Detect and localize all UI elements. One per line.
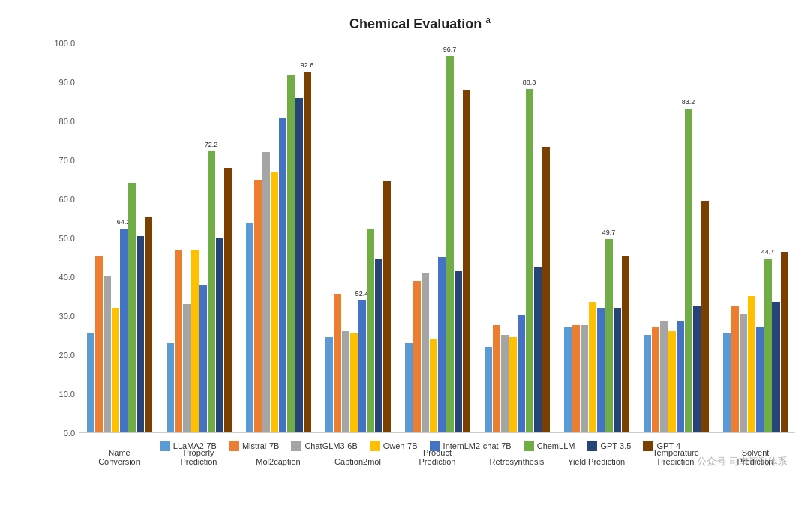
bars-row-7: 83.2 bbox=[636, 43, 716, 432]
bar-4-7 bbox=[463, 90, 470, 432]
bar-top-label-4: 96.7 bbox=[443, 46, 457, 53]
bar-2-1 bbox=[254, 180, 262, 432]
bar-2-0 bbox=[246, 223, 254, 432]
bar-4-2 bbox=[422, 273, 429, 432]
bar-top-label-2: 92.6 bbox=[301, 61, 314, 69]
bar-0-2 bbox=[104, 276, 111, 432]
bar-2-7: 92.6 bbox=[304, 72, 311, 432]
bar-7-1 bbox=[652, 327, 659, 432]
bar-4-3 bbox=[430, 339, 437, 432]
y-tick-40: 40.0 bbox=[59, 273, 75, 282]
bar-0-5 bbox=[128, 183, 136, 432]
bar-5-4 bbox=[518, 315, 525, 432]
bar-8-0 bbox=[723, 333, 730, 432]
bar-4-4 bbox=[438, 257, 446, 432]
title-text: Chemical Evaluation bbox=[350, 16, 482, 31]
chart-area: 0.010.020.030.040.050.060.070.080.090.01… bbox=[45, 43, 795, 433]
bars-row-5: 88.3 bbox=[477, 43, 556, 432]
bar-1-2 bbox=[183, 304, 190, 432]
legend-item-2: ChatGLM3-6B bbox=[291, 441, 357, 451]
group-6: 49.7Yield Prediction bbox=[556, 43, 636, 432]
bar-2-4 bbox=[279, 118, 286, 432]
group-8: 44.7SolventPrediction bbox=[716, 43, 795, 432]
bar-7-3 bbox=[668, 331, 676, 432]
watermark: 公众号·司南评测体系 bbox=[697, 455, 788, 468]
bar-8-7 bbox=[781, 252, 788, 432]
bar-8-1 bbox=[731, 306, 739, 432]
y-tick-80: 80.0 bbox=[59, 117, 75, 126]
bar-6-4 bbox=[597, 308, 604, 432]
bar-top-label-5: 88.3 bbox=[523, 79, 536, 86]
bar-1-4 bbox=[200, 285, 207, 432]
y-axis: 0.010.020.030.040.050.060.070.080.090.01… bbox=[45, 43, 79, 433]
bar-5-0 bbox=[484, 347, 492, 432]
y-tick-0: 0.0 bbox=[64, 429, 75, 438]
bar-0-6 bbox=[136, 236, 144, 432]
bar-0-7 bbox=[145, 217, 152, 432]
y-tick-20: 20.0 bbox=[59, 351, 75, 360]
bars-row-6: 49.7 bbox=[556, 43, 636, 432]
legend-label-1: Mistral-7B bbox=[242, 441, 280, 450]
y-tick-90: 90.0 bbox=[59, 78, 75, 87]
bar-2-5 bbox=[287, 75, 295, 432]
y-tick-10: 10.0 bbox=[59, 390, 75, 399]
plot-area: 64.2NameConversion72.2ProperlyPrediction… bbox=[79, 43, 795, 433]
chart-title: Chemical Evaluation a bbox=[45, 15, 795, 32]
group-0: 64.2NameConversion bbox=[80, 43, 159, 432]
bar-8-2 bbox=[740, 314, 747, 432]
group-7: 83.2TemperaturePrediction bbox=[636, 43, 716, 432]
x-label-3: Caption2mol bbox=[318, 457, 398, 466]
group-2: 92.6Mol2caption bbox=[238, 43, 318, 432]
x-label-5: Retrosynthesis bbox=[477, 457, 556, 466]
bar-1-6 bbox=[216, 238, 224, 433]
bar-6-2 bbox=[580, 325, 588, 432]
bars-row-2: 92.6 bbox=[238, 43, 318, 432]
bar-6-1 bbox=[572, 325, 580, 432]
group-5: 88.3Retrosynthesis bbox=[477, 43, 556, 432]
bar-2-3 bbox=[271, 172, 278, 432]
x-label-1: ProperlyPrediction bbox=[159, 448, 238, 466]
bar-3-4: 52.4 bbox=[358, 300, 366, 432]
title-sup: a bbox=[485, 15, 490, 25]
chart-container: Chemical Evaluation a 0.010.020.030.040.… bbox=[0, 0, 810, 532]
bar-3-5 bbox=[367, 229, 374, 432]
legend-label-6: GPT-3.5 bbox=[600, 441, 631, 450]
bar-8-5: 44.7 bbox=[764, 259, 772, 432]
bar-7-5: 83.2 bbox=[685, 109, 692, 432]
legend-item-5: ChemLLM bbox=[524, 441, 575, 451]
group-1: 72.2ProperlyPrediction bbox=[159, 43, 238, 432]
bar-7-4 bbox=[676, 321, 684, 432]
bar-6-0 bbox=[564, 327, 572, 432]
legend-color-2 bbox=[291, 441, 302, 451]
bar-2-2 bbox=[262, 152, 270, 432]
legend-label-5: ChemLLM bbox=[537, 441, 575, 450]
legend-label-2: ChatGLM3-6B bbox=[304, 441, 357, 450]
bar-6-3 bbox=[589, 302, 596, 432]
legend-item-6: GPT-3.5 bbox=[586, 441, 631, 451]
bars-row-1: 72.2 bbox=[159, 43, 238, 432]
bar-4-0 bbox=[405, 343, 412, 432]
bar-2-6 bbox=[296, 98, 303, 432]
bar-7-2 bbox=[660, 321, 668, 432]
y-tick-30: 30.0 bbox=[59, 312, 75, 321]
bar-1-5: 72.2 bbox=[208, 151, 215, 432]
legend-color-5 bbox=[524, 441, 534, 451]
bar-top-label-8: 44.7 bbox=[761, 248, 775, 256]
bar-0-3 bbox=[112, 308, 119, 432]
bar-6-5: 49.7 bbox=[605, 239, 613, 432]
bar-5-6 bbox=[534, 267, 542, 432]
bar-8-4 bbox=[756, 327, 764, 432]
bar-1-3 bbox=[191, 250, 199, 432]
bars-row-8: 44.7 bbox=[716, 43, 795, 432]
x-label-6: Yield Prediction bbox=[556, 457, 636, 466]
groups-container: 64.2NameConversion72.2ProperlyPrediction… bbox=[80, 43, 795, 432]
y-tick-50: 50.0 bbox=[59, 234, 75, 243]
y-tick-60: 60.0 bbox=[59, 195, 75, 204]
bar-3-1 bbox=[334, 294, 341, 432]
bar-5-7 bbox=[542, 147, 550, 432]
bar-8-6 bbox=[772, 302, 780, 432]
bar-top-label-7: 83.2 bbox=[682, 98, 695, 106]
legend-color-6 bbox=[586, 441, 597, 451]
bar-7-7 bbox=[701, 201, 709, 432]
bar-1-7 bbox=[224, 168, 232, 432]
